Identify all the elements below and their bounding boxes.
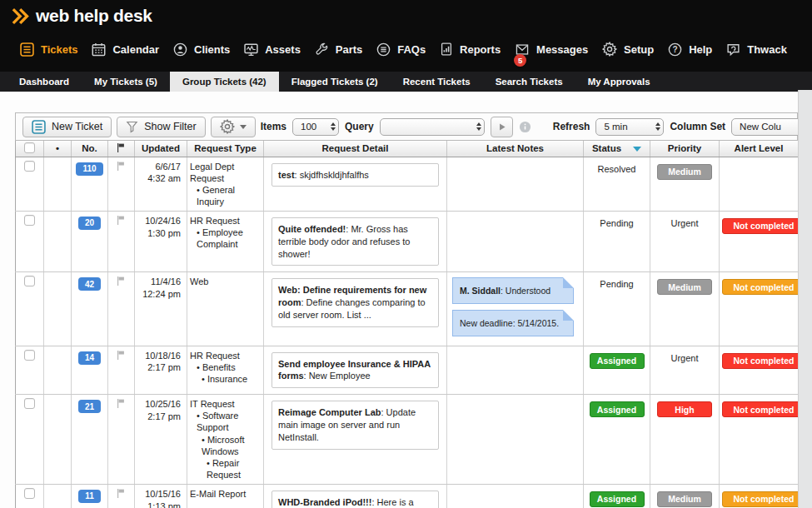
ticket-number-badge[interactable]: 21 (78, 400, 101, 413)
ticket-row: 1410/18/162:17 pmHR Request• Benefits• I… (16, 346, 799, 395)
query-select[interactable] (380, 118, 485, 136)
priority-badge: Medium (657, 164, 712, 180)
header-updated[interactable]: Updated (135, 141, 187, 157)
nav-item-label: Reports (460, 43, 501, 56)
logo[interactable]: web help desk (12, 6, 152, 26)
column-set-value: New Colu (740, 122, 781, 132)
calendar-icon (92, 42, 106, 57)
nav-item-reports[interactable]: Reports (440, 42, 501, 56)
ticket-number-badge[interactable]: 20 (78, 217, 101, 230)
ticket-number-badge[interactable]: 42 (78, 277, 101, 291)
header-no[interactable]: No. (72, 141, 108, 157)
settings-dropdown-button[interactable] (211, 117, 256, 137)
nav-item-label: Parts (336, 43, 363, 56)
ticket-number-badge[interactable]: 14 (78, 351, 101, 365)
header-priority[interactable]: Priority (650, 141, 720, 157)
sort-desc-icon (633, 147, 641, 152)
query-label: Query (345, 121, 374, 132)
priority-badge: Medium (657, 279, 712, 295)
request-type-line: HR Request (190, 350, 261, 361)
table-header-row: • No. Updated Request Type Request Detai… (16, 141, 799, 157)
ticket-number-badge[interactable]: 11 (78, 490, 101, 503)
request-type-line: • Employee Complaint (190, 227, 261, 250)
detail-subject: Quite offended! (278, 224, 346, 234)
status-badge: Assigned (590, 353, 645, 369)
subnav-item-group-tickets[interactable]: Group Tickets (42) (170, 72, 279, 92)
nav-item-messages[interactable]: 5Messages (515, 43, 588, 56)
request-detail-box[interactable]: Send employee Insurance & HIPAA forms: N… (271, 352, 439, 389)
header-dot[interactable]: • (44, 141, 72, 157)
toolbar-right-group: Items 100 Query Refresh 5 min (261, 117, 812, 137)
row-checkbox[interactable] (24, 488, 35, 499)
header-request-type[interactable]: Request Type (187, 141, 264, 157)
status-text: Pending (600, 218, 633, 228)
help-icon: ? (668, 42, 682, 57)
ticket-number-badge[interactable]: 110 (76, 162, 102, 176)
select-all-checkbox[interactable] (24, 142, 35, 153)
query-info-icon[interactable] (519, 121, 531, 133)
detail-subject: Web: Define requirements for new room (278, 285, 426, 307)
subnav-item-search-tickets[interactable]: Search Tickets (483, 72, 575, 92)
subnav-item-recent-tickets[interactable]: Recent Tickets (391, 72, 483, 92)
header-flag[interactable] (108, 141, 135, 157)
nav-item-tickets[interactable]: Tickets (20, 42, 78, 57)
flag-icon[interactable] (116, 350, 127, 361)
scrollbar-track[interactable] (798, 90, 812, 508)
nav-item-parts[interactable]: Parts (315, 42, 363, 57)
ticket-row: 2110/25/162:17 pmIT Request• Software Su… (16, 395, 799, 485)
header-request-detail[interactable]: Request Detail (264, 141, 447, 157)
gear-icon (220, 119, 235, 134)
subnav-item-my-approvals[interactable]: My Approvals (575, 72, 663, 92)
request-detail-box[interactable]: Reimage Computer Lab: Update main image … (271, 401, 439, 450)
row-checkbox[interactable] (24, 161, 35, 172)
note-bubble[interactable]: New deadline: 5/14/2015. (452, 310, 574, 336)
row-checkbox[interactable] (24, 215, 35, 226)
refresh-select[interactable]: 5 min (595, 118, 664, 136)
request-detail-box[interactable]: WHD-Branded iPod!!!: Here is a Web Help … (271, 491, 439, 508)
parts-icon (315, 42, 329, 57)
flag-icon[interactable] (116, 398, 127, 409)
flag-icon[interactable] (116, 161, 127, 172)
row-checkbox[interactable] (24, 398, 35, 409)
detail-subject: Send employee Insurance & HIPAA forms (278, 359, 431, 381)
header-status[interactable]: Status (584, 141, 650, 157)
new-ticket-button[interactable]: New Ticket (22, 117, 112, 137)
reports-icon (440, 42, 453, 56)
header-alert-level[interactable]: Alert Level (720, 141, 799, 157)
row-checkbox[interactable] (24, 276, 35, 286)
nav-item-calendar[interactable]: Calendar (92, 42, 159, 57)
header-select-all[interactable] (16, 141, 44, 157)
run-query-button[interactable] (491, 117, 513, 137)
nav-item-label: Tickets (41, 43, 78, 56)
subnav-item-dashboard[interactable]: Dashboard (7, 72, 82, 92)
row-checkbox[interactable] (24, 350, 35, 361)
status-header-label: Status (592, 143, 621, 153)
flag-icon[interactable] (116, 488, 127, 499)
nav-item-thwack[interactable]: Thwack (726, 42, 787, 57)
nav-item-clients[interactable]: Clients (173, 42, 230, 57)
request-detail-box[interactable]: Quite offended!: Mr. Gross has terrible … (271, 217, 439, 266)
flag-icon[interactable] (116, 276, 127, 286)
subnav-item-flagged-tickets[interactable]: Flagged Tickets (2) (279, 72, 391, 92)
header-latest-notes[interactable]: Latest Notes (447, 141, 584, 157)
nav-item-faqs[interactable]: FAQs (376, 42, 426, 57)
nav-item-label: Calendar (112, 43, 159, 56)
nav-item-setup[interactable]: Setup (602, 42, 654, 57)
flag-icon[interactable] (116, 215, 127, 226)
ticket-row: 1106/6/174:32 amLegal Dept Request• Gene… (16, 157, 799, 211)
show-filter-label: Show Filter (144, 121, 197, 132)
subnav-item-my-tickets[interactable]: My Tickets (5) (82, 72, 170, 92)
note-bubble[interactable]: M. Siddall: Understood (452, 277, 574, 304)
request-detail-box[interactable]: test: skjdfhskldjhfalfhs (271, 163, 439, 187)
new-ticket-label: New Ticket (52, 121, 102, 132)
request-type-line: HR Request (190, 215, 261, 227)
request-detail-box[interactable]: Web: Define requirements for new room: D… (271, 278, 439, 327)
column-set-select[interactable]: New Colu (731, 118, 808, 136)
nav-item-assets[interactable]: Assets (244, 42, 301, 57)
solarwinds-logo-icon (12, 7, 32, 25)
nav-item-help[interactable]: ?Help (668, 42, 712, 57)
ticket-row: 4211/4/1612:24 pmWebWeb: Define requirem… (16, 272, 799, 346)
items-select[interactable]: 100 (292, 118, 339, 136)
show-filter-button[interactable]: Show Filter (117, 117, 206, 137)
updated-time: 1:30 pm (137, 227, 181, 240)
